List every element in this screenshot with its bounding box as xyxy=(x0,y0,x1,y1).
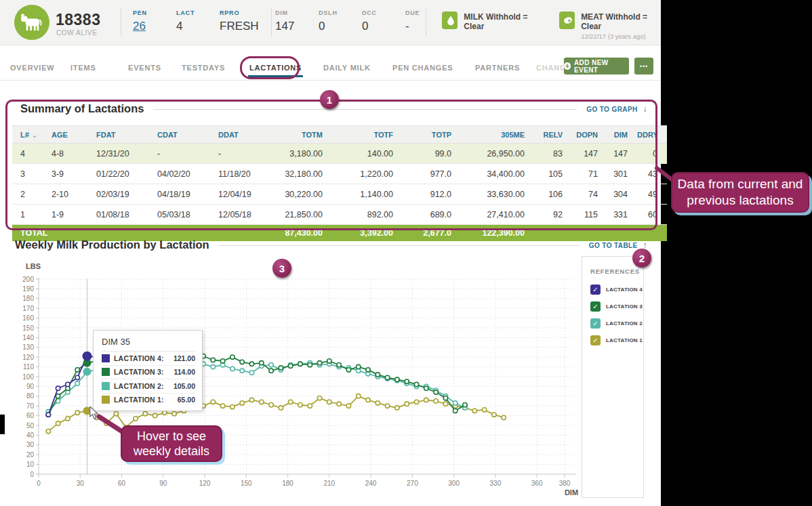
table-row[interactable]: 44-812/31/20--3,180.00140.0099.026,950.0… xyxy=(12,144,667,164)
cell: 3 xyxy=(12,164,43,184)
cell: 21,850.00 xyxy=(277,205,332,225)
tooltip-row: LACTATION 4: 121.00 xyxy=(102,352,195,366)
tab-overview[interactable]: OVERVIEW xyxy=(10,64,55,72)
go-to-table-link[interactable]: GO TO TABLE↑ xyxy=(589,240,647,250)
tooltip-series-label: LACTATION 3: xyxy=(114,368,164,376)
column-header-ddat[interactable]: DDAT xyxy=(210,126,277,144)
column-header-fdat[interactable]: FDAT xyxy=(88,126,149,144)
cell: 05/03/18 xyxy=(149,205,210,225)
checkbox-checked-icon[interactable]: ✓ xyxy=(590,301,601,312)
summary-title: Summary of Lactations xyxy=(20,102,144,115)
cell: 304 xyxy=(607,184,637,205)
svg-text:180: 180 xyxy=(22,295,34,302)
field-label: PEN xyxy=(133,9,176,16)
withhold-item: MEAT Withhold = Clear 12/22/17 (3 years … xyxy=(559,9,661,40)
legend-item-lactation-1[interactable]: ✓ LACTATION 1 xyxy=(590,335,643,345)
legend-label: LACTATION 2 xyxy=(606,320,643,326)
cell: 0 xyxy=(637,144,667,164)
column-header-cdat[interactable]: CDAT xyxy=(149,126,210,144)
svg-text:140: 140 xyxy=(22,334,34,341)
tooltip-series-label: LACTATION 1: xyxy=(114,396,164,404)
cow-header: 18383 COW ALIVE PEN 26LACT 4RPRO FRESHDI… xyxy=(0,0,661,45)
legend-item-lactation-3[interactable]: ✓ LACTATION 3 xyxy=(590,301,643,312)
svg-text:200: 200 xyxy=(22,276,34,283)
column-header-ddry[interactable]: DDRY xyxy=(637,126,667,144)
cell: 1-9 xyxy=(43,205,88,225)
table-row[interactable]: 22-1002/03/1904/18/1912/04/1930,220.001,… xyxy=(12,184,667,205)
svg-text:LBS: LBS xyxy=(26,262,41,270)
field-value: 0 xyxy=(319,20,362,33)
svg-text:30: 30 xyxy=(77,480,85,487)
tab-pen-changes[interactable]: PEN CHANGES xyxy=(392,64,453,72)
header-field-lact: LACT 4 xyxy=(176,9,220,33)
cell: 12/31/20 xyxy=(88,144,149,164)
tab-daily-milk[interactable]: DAILY MILK xyxy=(323,64,371,72)
cell: 105 xyxy=(534,164,572,184)
tooltip-series-value: 121.00 xyxy=(174,354,195,362)
table-header-row: L#⌄AGEFDATCDATDDATTOTMTOTFTOTP305MERELVD… xyxy=(12,126,667,144)
cell: 01/22/20 xyxy=(88,164,149,184)
milk-production-chart[interactable]: 0102030405060708090100110120130140150160… xyxy=(0,257,584,504)
legend-label: LACTATION 4 xyxy=(606,287,643,293)
mouse-cursor-icon xyxy=(89,406,100,423)
go-to-graph-link[interactable]: GO TO GRAPH↓ xyxy=(586,104,647,114)
tooltip-rows: LACTATION 4: 121.00 LACTATION 3: 114.00 … xyxy=(102,352,195,406)
tab-items[interactable]: ITEMS xyxy=(70,64,96,72)
cell: 147 xyxy=(607,144,637,164)
tab-events[interactable]: EVENTS xyxy=(128,64,161,72)
svg-text:240: 240 xyxy=(365,480,377,487)
annotation-badge-3: 3 xyxy=(272,259,291,278)
svg-text:0: 0 xyxy=(37,480,41,487)
column-header-dopn[interactable]: DOPN xyxy=(572,126,607,144)
cell: 4 xyxy=(12,144,43,164)
more-options-button[interactable]: ••• xyxy=(634,58,653,75)
cell: 331 xyxy=(607,205,637,225)
cow-id: 18383 xyxy=(56,11,100,29)
table-row[interactable]: 33-901/22/2004/02/2011/18/2032,180.001,2… xyxy=(12,164,667,184)
field-value: 147 xyxy=(275,20,319,33)
field-value[interactable]: 26 xyxy=(133,20,176,33)
svg-text:80: 80 xyxy=(26,392,35,400)
svg-text:90: 90 xyxy=(159,480,167,487)
column-header-totm[interactable]: TOTM xyxy=(277,126,332,144)
checkbox-checked-icon[interactable]: ✓ xyxy=(590,318,601,329)
add-new-event-button[interactable]: + ADD NEW EVENT xyxy=(564,58,629,75)
tab-partners[interactable]: PARTNERS xyxy=(475,64,520,72)
table-row[interactable]: 11-901/08/1805/03/1812/05/1821,850.00892… xyxy=(12,205,667,225)
cell: 2-10 xyxy=(43,184,88,205)
legend-item-lactation-4[interactable]: ✓ LACTATION 4 xyxy=(590,284,643,295)
cell: 4-8 xyxy=(43,144,88,164)
svg-text:270: 270 xyxy=(407,480,418,487)
svg-text:120: 120 xyxy=(22,354,34,361)
column-header-dim[interactable]: DIM xyxy=(607,126,637,144)
field-label: RPRO xyxy=(220,9,263,16)
tooltip-title: DIM 35 xyxy=(102,337,195,352)
legend-item-lactation-2[interactable]: ✓ LACTATION 2 xyxy=(590,318,643,329)
tooltip-row: LACTATION 1: 65.00 xyxy=(102,394,195,407)
checkbox-checked-icon[interactable]: ✓ xyxy=(590,284,601,295)
hover-callout: Hover to see weekly details xyxy=(121,425,222,462)
annotation-badge-1: 1 xyxy=(320,90,339,109)
cow-status: COW ALIVE xyxy=(56,29,97,37)
column-header-totf[interactable]: TOTF xyxy=(332,126,403,144)
cell: 26,950.00 xyxy=(461,144,534,164)
cell: 301 xyxy=(607,164,637,184)
checkbox-checked-icon[interactable]: ✓ xyxy=(590,335,601,345)
cell: 83 xyxy=(534,144,572,164)
tab-lactations[interactable]: LACTATIONS xyxy=(249,64,302,72)
chart-tooltip: DIM 35 LACTATION 4: 121.00 LACTATION 3: … xyxy=(93,330,203,411)
field-label: DSLH xyxy=(319,9,362,16)
column-header-relv[interactable]: RELV xyxy=(534,126,572,144)
withhold-badges: MILK Withhold = Clear MEAT Withhold = Cl… xyxy=(442,9,661,40)
svg-text:60: 60 xyxy=(26,412,35,419)
column-header-l#[interactable]: L#⌄ xyxy=(12,126,43,144)
header-field-dim: DIM 147 xyxy=(275,9,319,33)
header-fields: PEN 26LACT 4RPRO FRESHDIM 147DSLH 0DCC 0… xyxy=(133,9,449,33)
column-header-age[interactable]: AGE xyxy=(43,126,88,144)
column-header-305me[interactable]: 305ME xyxy=(461,126,534,144)
cell: 689.0 xyxy=(403,205,461,225)
references-title: REFERENCES xyxy=(590,268,643,275)
column-header-totp[interactable]: TOTP xyxy=(403,126,461,144)
series-color-swatch xyxy=(102,354,110,362)
tab-testdays[interactable]: TESTDAYS xyxy=(182,64,225,72)
